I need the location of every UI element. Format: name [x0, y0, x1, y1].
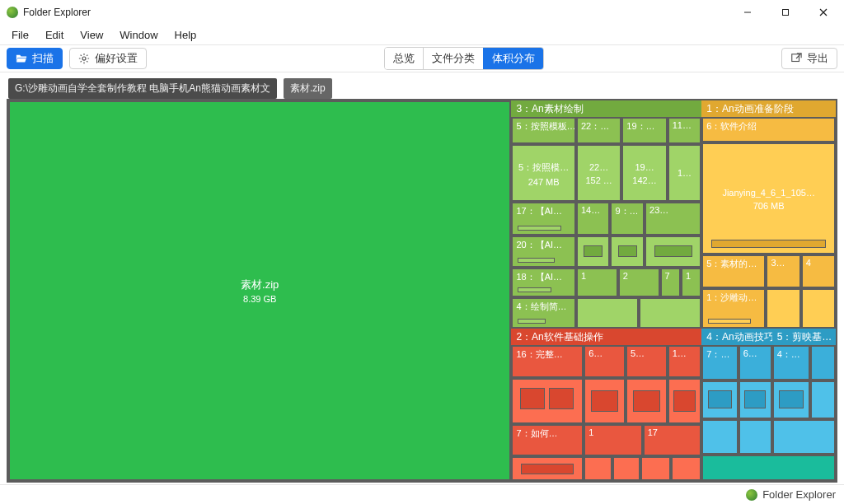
tm-cell[interactable]	[511, 456, 584, 481]
tm-cell[interactable]: 7：…	[701, 345, 738, 380]
tm-big[interactable]: 素材.zip 8.39 GB	[8, 100, 511, 481]
tm-cell[interactable]	[772, 419, 836, 454]
tm-cell[interactable]	[671, 456, 701, 481]
tm-cell[interactable]: 11…	[668, 117, 702, 144]
tm-cell[interactable]: 5…	[626, 345, 668, 378]
tm-cell[interactable]: 1…	[668, 345, 702, 378]
prefs-button[interactable]: 偏好设置	[69, 48, 147, 69]
treemap-canvas[interactable]: 素材.zip 8.39 GB 3：An素材绘制 5：按照模板… 22：… 19：…	[7, 99, 837, 483]
tab-file-types[interactable]: 文件分类	[423, 48, 483, 69]
tm-cell[interactable]: 6…	[738, 345, 772, 380]
breadcrumb-current[interactable]: 素材.zip	[284, 78, 332, 99]
breadcrumb-path[interactable]: G:\沙雕动画自学全套制作教程 电脑手机An熊猫动画素材文	[8, 78, 277, 99]
folder-open-icon	[16, 53, 27, 64]
tm-cell[interactable]	[576, 297, 639, 329]
tm-cell[interactable]	[772, 380, 810, 420]
tm-cell[interactable]: 6…	[584, 345, 626, 378]
maximize-button[interactable]	[767, 1, 804, 24]
tm-cell[interactable]: 19… 142…	[621, 144, 667, 201]
tm-cell[interactable]: 22：…	[576, 117, 621, 144]
menu-edit[interactable]: Edit	[39, 27, 70, 43]
minimize-button[interactable]	[729, 1, 767, 24]
tm-cell[interactable]: 16：完整…	[511, 345, 584, 378]
tm-cell[interactable]: 1：沙雕动…	[701, 288, 766, 329]
tm-cell[interactable]	[639, 297, 701, 329]
tm-cell[interactable]	[738, 419, 772, 454]
tm-cell[interactable]	[576, 236, 611, 268]
view-tabs: 总览 文件分类 体积分布	[384, 47, 544, 70]
tm-group-4-title: 4：An动画技巧	[701, 329, 771, 345]
prefs-label: 偏好设置	[95, 51, 138, 66]
tm-cell[interactable]	[584, 378, 626, 424]
tm-cell-teal[interactable]	[701, 455, 836, 481]
tab-overview[interactable]: 总览	[385, 48, 423, 69]
status-app-icon	[746, 489, 757, 501]
tm-cell[interactable]	[738, 380, 772, 420]
tm-cell[interactable]	[645, 236, 701, 268]
tm-cell[interactable]	[801, 288, 836, 329]
tm-cell[interactable]: 1	[584, 424, 643, 457]
tm-cell[interactable]: 17：【AI…	[511, 202, 576, 236]
tm-group-1-title: 1：An动画准备阶段	[701, 100, 836, 117]
tm-group-5[interactable]: 5：剪映基… 4：…	[772, 329, 836, 454]
menu-view[interactable]: View	[73, 27, 110, 43]
tm-cell[interactable]: 14…	[576, 202, 611, 236]
titlebar: Folder Explorer	[0, 0, 844, 25]
tm-cell[interactable]: 1	[576, 268, 618, 297]
menu-file[interactable]: File	[5, 27, 35, 43]
tm-cell[interactable]	[701, 380, 738, 420]
tm-cell[interactable]: 4	[801, 254, 836, 288]
svg-rect-5	[792, 54, 799, 62]
tm-group-3-title: 3：An素材绘制	[511, 100, 701, 117]
tm-cell[interactable]: 20：【AI…	[511, 236, 576, 268]
tm-cell[interactable]	[766, 288, 800, 329]
statusbar: Folder Explorer	[0, 484, 844, 504]
tm-cell[interactable]: 7：如何…	[511, 424, 584, 457]
close-button[interactable]	[804, 1, 842, 24]
tm-cell[interactable]: 5：素材的…	[701, 254, 766, 288]
tm-cell[interactable]	[640, 456, 671, 481]
tm-group-4[interactable]: 4：An动画技巧 7：… 6…	[701, 329, 771, 454]
tm-cell[interactable]	[610, 236, 645, 268]
tm-group-1[interactable]: 1：An动画准备阶段 6：软件介绍 Jianying_4_6_1_105… 70…	[701, 100, 836, 329]
tm-group-2-title: 2：An软件基础操作	[511, 329, 701, 345]
tm-cell[interactable]: 17	[643, 424, 702, 457]
tm-cell[interactable]	[612, 456, 641, 481]
tab-size-dist[interactable]: 体积分布	[483, 48, 543, 69]
tm-cell[interactable]: Jianying_4_6_1_105… 706 MB	[701, 142, 836, 254]
tm-cell[interactable]: 5：按照模… 247 MB	[511, 144, 576, 201]
tm-group-5-title: 5：剪映基…	[772, 329, 836, 345]
tm-group-3[interactable]: 3：An素材绘制 5：按照模板… 22：… 19：… 11… 5：按照模… 24…	[511, 100, 701, 329]
tm-cell[interactable]	[668, 378, 702, 424]
scan-label: 扫描	[32, 51, 54, 66]
tm-group-2[interactable]: 2：An软件基础操作 16：完整… 6… 5… 1… 7：如何… 1 17	[511, 329, 701, 481]
tm-cell[interactable]: 1	[681, 268, 701, 297]
menu-window[interactable]: Window	[113, 27, 164, 43]
tm-cell[interactable]: 22… 152 …	[576, 144, 621, 201]
tm-cell[interactable]	[511, 378, 584, 424]
menu-help[interactable]: Help	[168, 27, 204, 43]
tm-cell[interactable]: 4：绘制简…	[511, 297, 576, 329]
window-title: Folder Explorer	[23, 7, 91, 18]
tm-cell[interactable]	[701, 419, 738, 454]
scan-button[interactable]: 扫描	[7, 48, 63, 69]
tm-cell[interactable]: 9：…	[610, 202, 645, 236]
gear-icon	[78, 53, 90, 64]
tm-cell[interactable]	[810, 345, 836, 380]
tm-cell[interactable]: 18：【AI…	[511, 268, 576, 297]
tm-cell[interactable]: 4：…	[772, 345, 810, 380]
tm-cell[interactable]: 2	[618, 268, 660, 297]
tm-cell[interactable]	[584, 456, 612, 481]
tm-cell[interactable]: 19：…	[621, 117, 667, 144]
tm-cell[interactable]: 7	[660, 268, 681, 297]
tm-cell[interactable]: 5：按照模板…	[511, 117, 576, 144]
main-area: G:\沙雕动画自学全套制作教程 电脑手机An熊猫动画素材文 素材.zip 素材.…	[0, 72, 844, 484]
tm-cell[interactable]	[626, 378, 668, 424]
svg-point-4	[82, 57, 86, 60]
export-button[interactable]: 导出	[781, 48, 837, 69]
tm-cell[interactable]: 6：软件介绍	[701, 117, 836, 142]
tm-cell[interactable]	[810, 380, 836, 420]
tm-cell[interactable]: 1…	[668, 144, 702, 201]
tm-cell[interactable]: 3…	[766, 254, 800, 288]
tm-cell[interactable]: 23…	[645, 202, 701, 236]
